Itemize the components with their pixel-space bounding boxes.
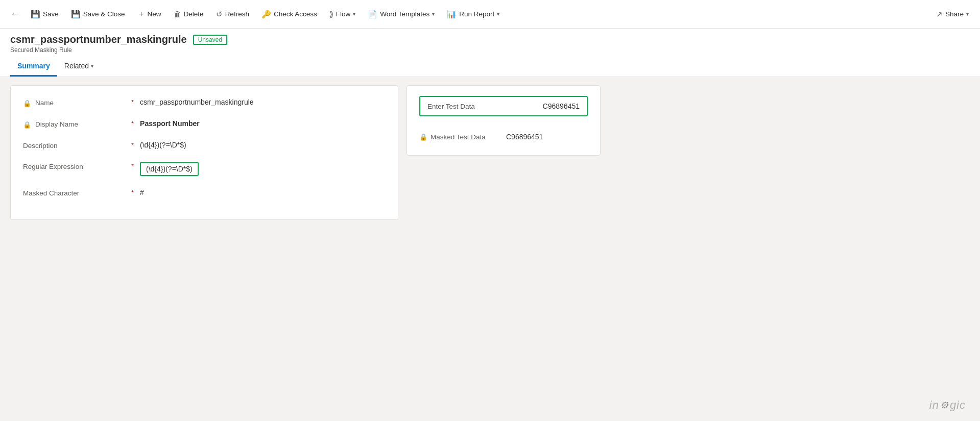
back-button[interactable]: ← (6, 6, 23, 22)
watermark: in⚙gic (929, 399, 966, 412)
enter-test-data-label: Enter Test Data (427, 103, 475, 110)
word-templates-label: Word Templates (380, 10, 429, 18)
watermark-text-in: in (929, 399, 939, 412)
tab-related[interactable]: Related ▾ (57, 58, 101, 77)
word-templates-chevron-icon: ▾ (432, 11, 435, 17)
run-report-label: Run Report (459, 10, 494, 18)
tabs-container: Summary Related ▾ (10, 58, 970, 77)
right-panel-card: Enter Test Data C96896451 🔒 Masked Test … (407, 85, 601, 156)
related-chevron-icon: ▾ (91, 63, 93, 69)
description-value-text: (\d{4})(?=\D*$) (140, 141, 186, 149)
delete-button[interactable]: 🗑 Delete (169, 7, 209, 21)
regex-value-text: (\d{4})(?=\D*$) (146, 165, 193, 173)
record-header: csmr_passportnumber_maskingrule Unsaved … (0, 29, 980, 77)
run-report-chevron-icon: ▾ (497, 11, 499, 17)
watermark-gear-icon: ⚙ (940, 400, 949, 411)
check-access-button[interactable]: 🔑 Check Access (256, 7, 322, 22)
field-row-name: 🔒 Name * csmr_passportnumber_maskingrule (23, 96, 386, 107)
field-label-name: 🔒 Name (23, 96, 130, 107)
field-description-label-text: Description (23, 142, 58, 150)
field-regex-label-text: Regular Expression (23, 163, 83, 170)
save-close-label: Save & Close (83, 10, 125, 18)
field-label-regex: Regular Expression (23, 160, 130, 170)
new-button[interactable]: ＋ New (132, 6, 166, 22)
field-row-regex: Regular Expression * (\d{4})(?=\D*$) (23, 160, 386, 176)
field-row-description: Description * (\d{4})(?=\D*$) (23, 139, 386, 150)
field-row-display-name: 🔒 Display Name * Passport Number (23, 117, 386, 129)
save-button[interactable]: 💾 Save (26, 7, 64, 22)
refresh-icon: ↺ (216, 10, 223, 19)
field-value-name[interactable]: csmr_passportnumber_maskingrule (134, 96, 386, 106)
back-icon: ← (10, 9, 19, 19)
run-report-button[interactable]: 📊 Run Report ▾ (442, 7, 505, 22)
word-templates-button[interactable]: 📄 Word Templates ▾ (363, 7, 440, 22)
refresh-label: Refresh (225, 10, 249, 18)
field-name-label-text: Name (35, 99, 54, 107)
save-close-button[interactable]: 💾 Save & Close (66, 7, 130, 22)
field-label-description: Description (23, 139, 130, 150)
field-value-regex[interactable]: (\d{4})(?=\D*$) (134, 160, 386, 176)
flow-button[interactable]: ⟫ Flow ▾ (324, 7, 361, 22)
watermark-text-gic: gic (950, 399, 966, 412)
masked-char-value-text: # (140, 188, 144, 196)
form-card: 🔒 Name * csmr_passportnumber_maskingrule… (10, 85, 398, 220)
field-row-masked-char: Masked Character * # (23, 186, 386, 197)
flow-chevron-icon: ▾ (353, 11, 355, 17)
field-label-display-name: 🔒 Display Name (23, 117, 130, 129)
masked-test-data-label-col: 🔒 Masked Test Data (419, 133, 501, 141)
lock-icon-masked: 🔒 (419, 133, 427, 141)
share-label: Share (945, 10, 964, 18)
run-report-icon: 📊 (447, 10, 457, 19)
record-subtitle: Secured Masking Rule (10, 46, 970, 54)
regex-highlighted-wrapper: (\d{4})(?=\D*$) (140, 162, 199, 176)
field-value-description[interactable]: (\d{4})(?=\D*$) (134, 139, 348, 149)
name-value-text: csmr_passportnumber_maskingrule (140, 98, 254, 106)
main-content: 🔒 Name * csmr_passportnumber_maskingrule… (0, 77, 980, 228)
enter-test-data-value: C96896451 (543, 102, 580, 110)
save-label: Save (43, 10, 59, 18)
record-name: csmr_passportnumber_maskingrule (10, 34, 187, 45)
tab-related-label: Related (64, 62, 89, 70)
new-icon: ＋ (137, 9, 145, 19)
unsaved-badge: Unsaved (193, 35, 227, 45)
tab-summary[interactable]: Summary (10, 58, 57, 77)
field-label-masked-char: Masked Character (23, 186, 130, 197)
save-icon: 💾 (31, 10, 40, 19)
lock-icon-display-name: 🔒 (23, 121, 31, 129)
enter-test-data-row[interactable]: Enter Test Data C96896451 (419, 96, 588, 116)
masked-test-data-row: 🔒 Masked Test Data C96896451 (419, 129, 588, 145)
flow-label: Flow (336, 10, 351, 18)
check-access-label: Check Access (274, 10, 317, 18)
save-close-icon: 💾 (71, 10, 81, 19)
word-templates-icon: 📄 (368, 10, 377, 19)
check-access-icon: 🔑 (261, 10, 271, 19)
toolbar: ← 💾 Save 💾 Save & Close ＋ New 🗑 Delete ↺… (0, 0, 980, 29)
share-icon: ↗ (936, 10, 943, 19)
delete-label: Delete (184, 10, 204, 18)
share-chevron-icon: ▾ (966, 11, 969, 17)
masked-test-data-label: Masked Test Data (431, 133, 486, 141)
new-label: New (148, 10, 161, 18)
field-value-display-name[interactable]: Passport Number (134, 117, 386, 128)
masked-test-data-value: C96896451 (506, 133, 543, 141)
display-name-value-text: Passport Number (140, 119, 200, 128)
field-value-masked-char[interactable]: # (134, 186, 386, 196)
field-masked-char-label-text: Masked Character (23, 189, 79, 197)
field-display-name-label-text: Display Name (35, 120, 78, 128)
lock-icon-name: 🔒 (23, 100, 31, 107)
tab-summary-label: Summary (17, 62, 50, 70)
flow-icon: ⟫ (329, 10, 333, 19)
share-button[interactable]: ↗ Share ▾ (931, 7, 974, 22)
delete-icon: 🗑 (174, 10, 181, 18)
refresh-button[interactable]: ↺ Refresh (211, 7, 254, 22)
